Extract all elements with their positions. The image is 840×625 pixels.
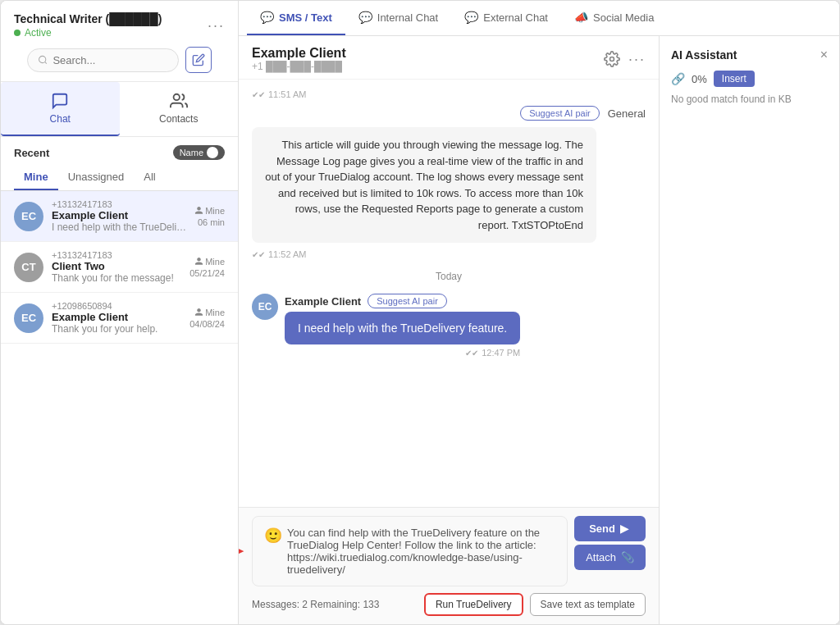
contact-name-row: Client Two <box>52 260 181 272</box>
name-toggle[interactable]: Name <box>173 145 225 160</box>
ai-percent: 0% <box>692 73 707 85</box>
footer-row: Messages: 2 Remaining: 133 Run TrueDeliv… <box>252 593 646 616</box>
svg-point-2 <box>173 94 179 100</box>
chat-input-area: ➤ 🙂 You can find help with the TrueDeliv… <box>239 507 659 624</box>
meta-mine: Mine <box>194 206 225 216</box>
toggle-label: Name <box>180 148 203 157</box>
msg-row-outgoing: EC Example Client Suggest AI pair I need… <box>252 294 646 358</box>
save-template-button[interactable]: Save text as template <box>530 593 646 616</box>
recent-header: Recent Name <box>1 137 238 165</box>
contact-meta: Mine 05/21/24 <box>189 257 225 278</box>
avatar: CT <box>14 253 43 282</box>
outgoing-time-row: ✔✔ 12:47 PM <box>285 348 520 358</box>
send-button[interactable]: Send ▶ <box>574 516 646 541</box>
tab-social[interactable]: 📣 Social Media <box>561 1 667 35</box>
tab-internal-label: Internal Chat <box>377 11 438 24</box>
send-icon: ▶ <box>620 522 628 535</box>
search-row <box>27 47 212 73</box>
meta-mine: Mine <box>194 308 225 317</box>
contact-phone: +13132417183 <box>52 250 181 260</box>
contact-name-row: Example Client <box>52 311 181 323</box>
tab-social-label: Social Media <box>593 11 654 24</box>
client-phone: +1 ███-███-████ <box>252 61 346 72</box>
attach-icon: 📎 <box>621 551 634 563</box>
contact-meta: Mine 06 min <box>194 206 225 227</box>
suggest-ai-button[interactable]: Suggest AI pair <box>520 106 600 121</box>
suggest-ai-button-2[interactable]: Suggest AI pair <box>368 294 447 308</box>
sidebar-menu-button[interactable]: ··· <box>208 17 225 34</box>
avatar: EC <box>14 202 43 231</box>
contact-list: EC +13132417183 Example Client I need he… <box>1 191 238 624</box>
tab-sms[interactable]: 💬 SMS / Text <box>247 1 345 35</box>
contact-info: +12098650894 Example Client Thank you fo… <box>52 301 181 335</box>
sidebar: Technical Writer (██████) Active ··· <box>1 1 239 624</box>
status-label: Active <box>25 27 52 39</box>
sidebar-user-row: Technical Writer (██████) Active ··· <box>14 12 225 39</box>
avatar: EC <box>252 294 278 320</box>
ai-no-match: No good match found in KB <box>671 94 828 105</box>
ai-panel: AI Assistant × 🔗 0% Insert No good match… <box>659 36 839 624</box>
settings-icon[interactable] <box>604 51 620 67</box>
contact-preview: Thank you for the message! <box>52 272 181 284</box>
svg-line-1 <box>45 62 47 63</box>
sidebar-status: Active <box>14 27 162 39</box>
msg-time-1: ✔✔ 11:51 AM <box>252 89 646 99</box>
tab-sms-label: SMS / Text <box>279 11 332 24</box>
chat-messages: ✔✔ 11:51 AM Suggest AI pair General This… <box>239 80 659 507</box>
contact-name: Example Client <box>52 311 128 323</box>
contact-item[interactable]: EC +13132417183 Example Client I need he… <box>1 191 238 242</box>
sms-icon: 💬 <box>260 11 274 24</box>
search-icon <box>38 54 48 66</box>
nav-chat[interactable]: Chat <box>1 82 120 136</box>
compose-button[interactable] <box>185 47 212 73</box>
attach-button[interactable]: Attach 📎 <box>574 545 646 570</box>
tab-internal[interactable]: 💬 Internal Chat <box>345 1 451 35</box>
client-name: Example Client <box>252 46 346 61</box>
suggest-ai-row: Suggest AI pair General <box>252 106 646 121</box>
composed-message-text: You can find help with the TrueDelivery … <box>287 527 555 576</box>
recent-label: Recent <box>14 147 49 159</box>
contact-item[interactable]: EC +12098650894 Example Client Thank you… <box>1 293 238 344</box>
outgoing-message: I need help with the TrueDelivery featur… <box>285 312 520 344</box>
person-icon <box>194 257 203 266</box>
contact-phone: +13132417183 <box>52 199 186 209</box>
sender-name: Example Client <box>285 295 361 308</box>
ai-insert-button[interactable]: Insert <box>714 71 755 87</box>
msg-time-2: ✔✔ 11:52 AM <box>252 249 646 259</box>
avatar: EC <box>14 303 43 333</box>
tab-external[interactable]: 💬 External Chat <box>451 1 561 35</box>
contact-phone: +12098650894 <box>52 301 181 311</box>
ai-header: AI Assistant × <box>671 48 828 62</box>
contact-info: +13132417183 Client Two Thank you for th… <box>52 250 181 284</box>
contact-name: Example Client <box>52 209 128 221</box>
nav-contacts[interactable]: Contacts <box>120 82 239 136</box>
tab-unassigned[interactable]: Unassigned <box>58 165 135 190</box>
person-icon <box>194 308 203 317</box>
run-truedelivery-button[interactable]: Run TrueDelivery <box>424 593 523 616</box>
date-divider: Today <box>252 266 646 287</box>
ai-network-icon: 🔗 <box>671 72 685 85</box>
contact-meta: Mine 04/08/24 <box>189 308 225 329</box>
internal-icon: 💬 <box>358 11 372 24</box>
client-details: Example Client +1 ███-███-████ <box>252 46 346 72</box>
send-attach-col: Send ▶ Attach 📎 <box>574 516 646 570</box>
emoji-button[interactable]: 🙂 <box>264 527 282 545</box>
tab-external-label: External Chat <box>483 11 548 24</box>
tab-mine[interactable]: Mine <box>14 165 58 190</box>
search-box[interactable] <box>27 48 179 72</box>
meta-mine: Mine <box>194 257 225 267</box>
chat-more-button[interactable]: ··· <box>628 51 646 68</box>
search-input[interactable] <box>52 54 168 66</box>
ai-close-button[interactable]: × <box>820 48 828 62</box>
ai-title: AI Assistant <box>671 48 737 62</box>
contact-name-row: Example Client <box>52 209 186 221</box>
sidebar-header: Technical Writer (██████) Active ··· <box>1 1 238 82</box>
chat-header-actions: ··· <box>604 51 646 68</box>
tabs-row: Mine Unassigned All <box>1 165 238 191</box>
contact-item[interactable]: CT +13132417183 Client Two Thank you for… <box>1 242 238 293</box>
nav-icons: Chat Contacts <box>1 82 238 137</box>
tab-all[interactable]: All <box>134 165 165 190</box>
ai-progress-row: 🔗 0% Insert <box>671 71 828 87</box>
chat-header: Example Client +1 ███-███-████ ··· <box>239 36 659 80</box>
contact-name: Client Two <box>52 260 105 272</box>
